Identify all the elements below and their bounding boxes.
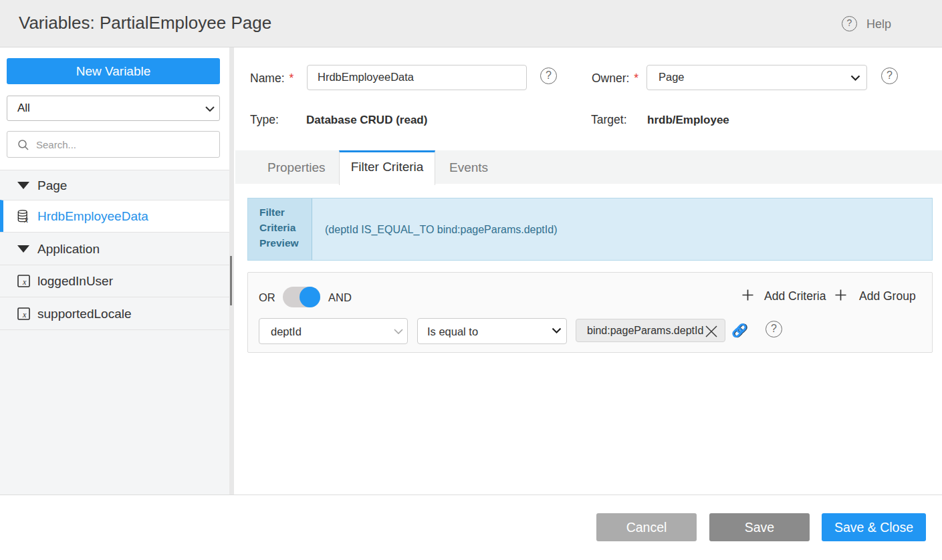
svg-text:x: x <box>22 277 27 287</box>
svg-text:x: x <box>24 215 29 224</box>
svg-text:x: x <box>22 310 27 319</box>
